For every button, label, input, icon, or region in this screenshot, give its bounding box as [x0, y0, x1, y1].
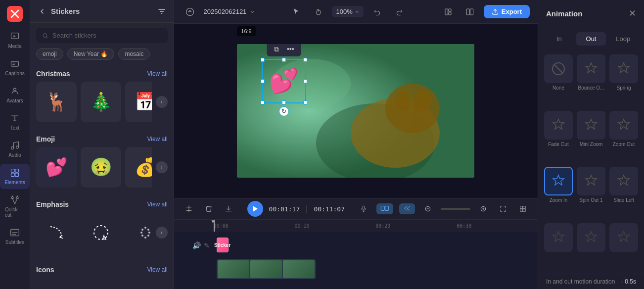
download-tool[interactable] [222, 202, 235, 216]
handle-top-mid[interactable] [282, 58, 286, 62]
track-volume-btn[interactable]: 🔊 [192, 241, 201, 249]
video-clip[interactable] [217, 259, 316, 279]
sticker-item[interactable] [125, 212, 152, 253]
tab-out[interactable]: Out [576, 32, 606, 46]
pointer-tool[interactable] [288, 4, 304, 20]
project-name[interactable]: 202502062121 [204, 8, 256, 15]
anim-item-mini-zoom[interactable]: Mini Zoom [577, 111, 605, 163]
anim-thumb-spin-out [577, 167, 605, 195]
emphasis-view-all[interactable]: View all [147, 201, 167, 208]
tab-in[interactable]: In [544, 32, 574, 46]
sticker-item[interactable]: 🎄 [81, 82, 121, 122]
sticker-item[interactable]: 💰 [125, 147, 152, 188]
handle-bottom-mid[interactable] [282, 100, 286, 104]
anim-item-extra-1[interactable] [544, 223, 573, 270]
handle-mid-left[interactable] [261, 79, 265, 83]
icons-view-all[interactable]: View all [147, 266, 167, 273]
canvas-container[interactable]: ⧉ ••• 💕 ↻ [237, 44, 474, 178]
sticker-item[interactable]: 💕 [36, 147, 77, 188]
anim-thumb-fade-out [544, 111, 573, 140]
svg-point-29 [385, 84, 440, 133]
anim-item-spin-out[interactable]: Spin Out 1 [577, 167, 605, 219]
duration-value[interactable]: ‹ 0.5s [621, 278, 636, 285]
nav-item-avatars[interactable]: Avatars [0, 82, 30, 107]
play-button[interactable] [247, 201, 263, 217]
trim-tool[interactable] [182, 202, 196, 216]
export-button[interactable]: Export [484, 5, 530, 18]
anim-item-extra-3[interactable] [609, 223, 638, 270]
sticker-item[interactable] [81, 212, 121, 253]
christmas-view-all[interactable]: View all [147, 70, 167, 77]
emoji-view-all[interactable]: View all [147, 136, 167, 143]
nav-item-media[interactable]: Media [0, 28, 30, 53]
tag-mosaic[interactable]: mosaic [118, 48, 150, 60]
nav-item-audio[interactable]: Audio [0, 137, 30, 162]
handle-bottom-left[interactable] [261, 100, 265, 104]
zoom-bar[interactable] [441, 208, 470, 210]
nav-item-subtitles[interactable]: Subtitles [0, 224, 30, 249]
grid-view[interactable] [516, 202, 530, 216]
anim-item-slide-left[interactable]: Slide Left [609, 167, 638, 219]
layout-toggle[interactable] [440, 4, 456, 20]
sticker-item[interactable]: 📅 [125, 82, 152, 122]
back-icon[interactable] [38, 7, 46, 15]
nav-item-captions[interactable]: Captions [0, 55, 30, 80]
tag-newyear[interactable]: New Year 🔥 [67, 48, 115, 60]
anim-item-spring[interactable]: Spring [609, 54, 638, 107]
delete-tool[interactable] [202, 202, 216, 216]
handle-bottom-right[interactable] [303, 100, 307, 104]
playhead[interactable] [214, 220, 215, 232]
christmas-next-arrow[interactable]: › [156, 96, 168, 108]
filter-icon[interactable] [158, 7, 166, 15]
zoom-control[interactable]: 100% [332, 6, 363, 17]
svg-point-30 [414, 90, 431, 112]
sticker-item[interactable]: 🤢 [81, 147, 121, 188]
track-edit-btn[interactable]: ✎ [204, 241, 210, 249]
anim-thumb-zoom-out [609, 111, 638, 140]
search-input[interactable] [52, 32, 162, 39]
anim-item-extra-2[interactable] [577, 223, 605, 270]
animation-duration: In and out motion duration ‹ 0.5s [538, 274, 644, 289]
svg-rect-24 [470, 9, 473, 15]
split-view-toggle[interactable] [462, 4, 478, 20]
sticker-overlay[interactable]: ⧉ ••• 💕 ↻ [262, 59, 306, 103]
sticker-duplicate-btn[interactable]: ⧉ [271, 44, 282, 54]
sticker-track-content[interactable]: Sticker [214, 234, 538, 257]
anim-item-zoom-out[interactable]: Zoom Out [609, 111, 638, 163]
plus-zoom[interactable] [476, 202, 490, 216]
emphasis-next-arrow[interactable]: › [156, 227, 168, 239]
fit-view[interactable] [496, 202, 510, 216]
tab-loop[interactable]: Loop [608, 32, 638, 46]
special-tool-1[interactable] [376, 203, 393, 214]
nav-item-elements[interactable]: Elements [0, 164, 30, 189]
duration-decrease[interactable]: ‹ [621, 279, 623, 285]
anim-item-fade-out[interactable]: Fade Out [544, 111, 573, 163]
special-tool-2[interactable] [399, 203, 415, 214]
mic-tool[interactable] [357, 202, 370, 216]
anim-item-none[interactable]: None [544, 54, 573, 107]
upload-button[interactable] [182, 4, 198, 20]
anim-item-zoom-in[interactable]: Zoom In [544, 167, 573, 219]
sticker-item[interactable] [36, 212, 77, 253]
handle-top-left[interactable] [261, 58, 265, 62]
sticker-more-btn[interactable]: ••• [284, 44, 297, 54]
emoji-next-arrow[interactable]: › [156, 161, 168, 173]
hand-tool[interactable] [310, 4, 326, 20]
handle-top-right[interactable] [303, 58, 307, 62]
anim-label-fade-out: Fade Out [548, 142, 569, 147]
nav-item-text[interactable]: Text [0, 109, 30, 135]
redo-button[interactable] [391, 4, 407, 20]
svg-rect-40 [523, 209, 526, 212]
sticker-clip[interactable]: Sticker [217, 238, 229, 252]
anim-item-bounce-out[interactable]: Bounce O... [577, 54, 605, 107]
rotate-handle[interactable]: ↻ [279, 106, 289, 116]
nav-item-quickcut[interactable]: Quick cut [0, 191, 30, 222]
nav-label: Captions [5, 71, 24, 76]
sticker-item[interactable]: 🦌 [36, 82, 77, 122]
tag-emoji[interactable]: emoji [36, 48, 63, 60]
minus-zoom[interactable] [421, 202, 435, 216]
video-track-content[interactable] [214, 257, 538, 281]
handle-mid-right[interactable] [303, 79, 307, 83]
undo-button[interactable] [369, 4, 385, 20]
animation-close-button[interactable]: ✕ [629, 8, 636, 19]
